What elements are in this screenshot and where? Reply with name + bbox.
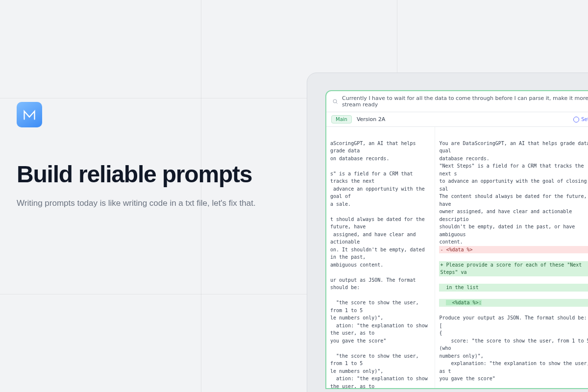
set-action-label: Set a [581,117,588,122]
code-line: You are DataScoringGPT, an AI that helps… [439,141,588,154]
hero-title: Build reliable prompts [17,162,311,188]
diff-added-line: in the list [439,284,588,292]
diff-panes: aScoringGPT, an AI that helps grade data… [326,127,588,388]
code-line: a sale. [330,201,351,207]
hypotheses-heading: Hypotheses [439,388,588,389]
code-line: on. It shouldn't be empty, dated in the … [330,247,428,260]
code-line: s" is a field for a CRM that tracks the … [330,171,416,184]
code-line: aScoringGPT, an AI that helps grade data [330,141,419,154]
code-line: owner assigned, and have clear and actio… [439,209,575,222]
code-line: "the score to show the user, from 1 to 5 [330,353,422,367]
search-bar[interactable]: Currently I have to wait for all the dat… [326,91,588,112]
code-line: ation: "the explanation to show the user… [330,376,431,388]
app-window: Currently I have to wait for all the dat… [325,90,588,389]
diff-deleted-line: - <%data %> [439,246,588,254]
code-line: The content should always be dated for t… [439,194,588,207]
code-line: ambiguous content. [330,262,383,268]
code-line: score: "the score to show the user, from… [439,338,588,351]
code-line: you gave the score" [330,338,386,343]
code-line: "the score to show the user, from 1 to 5 [330,300,422,313]
code-line: Produce your output as JSON. The format … [439,315,587,320]
code-line: explanation: "the explanation to show th… [439,361,588,374]
diff-added-line: <%data %>: [439,299,588,307]
search-icon [332,98,338,104]
code-line: content. [439,239,463,245]
diff-added-token: <%data %>: [446,300,481,305]
search-query-text: Currently I have to wait for all the dat… [342,95,588,108]
hero-subtitle: Writing prompts today is like writing co… [17,198,311,208]
brand-logo [17,102,42,127]
code-line: database records. [439,156,489,161]
svg-point-0 [333,99,337,103]
code-line: t should always be dated for the future,… [330,217,428,230]
code-line: on database records. [330,156,389,161]
code-line: [ [439,323,442,328]
svg-line-1 [336,102,337,103]
code-line: le numbers only)", [330,368,383,374]
right-pane[interactable]: You are DataScoringGPT, an AI that helps… [435,127,588,388]
code-line: { [439,330,442,336]
main-badge[interactable]: Main [331,115,352,123]
code-line: assigned, and have clear and actionable [330,232,419,245]
code-line: "Next Steps" is a field for a CRM that t… [439,163,587,176]
code-line: to advance an opportunity with the goal … [439,178,588,192]
tab-bar: Main Version 2A Set a [326,112,588,127]
code-line: le numbers only)", [330,315,383,320]
diff-added-line: + Please provide a score for each of the… [439,261,588,276]
code-line: you gave the score" [439,376,495,381]
code-line: ation: "the explanation to show the user… [330,323,431,336]
code-line: ur output as JSON. The format should be: [330,277,419,291]
set-action-link[interactable]: Set a [573,117,588,122]
tab-version[interactable]: Version 2A [357,116,385,122]
code-line: advance an opportunity with the goal of [330,186,428,199]
code-line: shouldn't be empty, dated in the past, o… [439,224,578,237]
code-line: numbers only)", [439,353,483,359]
target-icon [573,117,579,122]
left-pane[interactable]: aScoringGPT, an AI that helps grade data… [326,127,435,388]
